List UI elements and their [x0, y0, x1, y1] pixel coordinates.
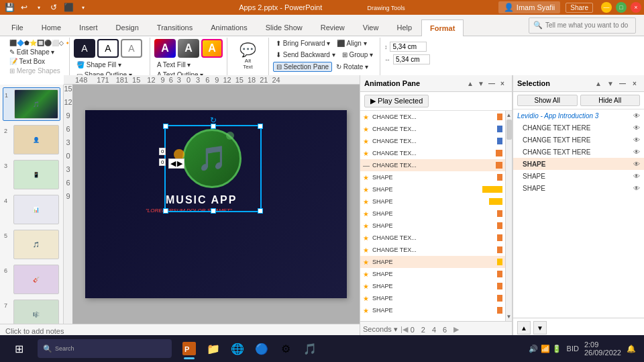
undo-icon[interactable]: ↩	[17, 1, 31, 14]
canvas-area[interactable]: 🎵 MUSIC APP "LOREM IPSUM DOLOR SITAMET" …	[72, 85, 360, 324]
slide-thumb-6[interactable]: 6 🎸	[3, 263, 60, 296]
text-box-button[interactable]: 📝 Text Box	[7, 57, 63, 66]
sel-pane-close[interactable]: ×	[629, 78, 640, 89]
anim-item-7[interactable]: ★ SHAPE	[360, 183, 505, 195]
edit-shape-button[interactable]: ✎ Edit Shape ▾	[7, 48, 63, 56]
anim-item-9[interactable]: ★ SHAPE	[360, 208, 505, 220]
sel-eye-shape-3[interactable]: 👁	[633, 185, 640, 192]
sel-eye-2[interactable]: 👁	[633, 136, 640, 144]
pinned-chrome[interactable]: 🔵	[250, 336, 274, 361]
sel-eye-shape-2[interactable]: 👁	[633, 173, 640, 180]
sel-eye-1[interactable]: 👁	[633, 124, 640, 132]
sel-eye-group[interactable]: 👁	[633, 112, 640, 120]
taskbar-search[interactable]: 🔍 Search	[38, 339, 172, 358]
anim-item-13[interactable]: ★ SHAPE	[360, 256, 505, 268]
sel-scroll-down[interactable]: ▼	[533, 321, 547, 334]
sel-pane-nav-down[interactable]: ▼	[605, 78, 616, 89]
show-all-button[interactable]: Show All	[517, 95, 578, 106]
anim-pane-scrollbar[interactable]: ▲ ▼	[505, 111, 512, 321]
sel-pane-minimize[interactable]: —	[617, 78, 628, 89]
tab-slideshow[interactable]: Slide Show	[257, 19, 311, 36]
pinned-app-5[interactable]: ⚙	[274, 336, 298, 361]
sel-item-shape-3[interactable]: SHAPE 👁	[513, 182, 644, 194]
anim-scroll-thumb[interactable]	[506, 120, 512, 140]
redo-icon[interactable]: ↺	[47, 1, 60, 14]
sel-item-group[interactable]: Levidio - App Introduction 3 👁	[513, 109, 644, 122]
sel-pane-nav-up[interactable]: ▲	[593, 78, 604, 89]
present-icon[interactable]: ⬛	[62, 1, 75, 14]
anim-pane-nav-down[interactable]: ▼	[476, 78, 486, 89]
minimize-button[interactable]: —	[601, 2, 612, 13]
sel-item-3[interactable]: CHANGE TEXT HERE 👁	[513, 146, 644, 158]
sel-item-shape-2[interactable]: SHAPE 👁	[513, 170, 644, 182]
anim-item-5[interactable]: — CHANGE TEX...	[360, 159, 505, 171]
tab-view[interactable]: View	[354, 19, 388, 36]
tab-format[interactable]: Format	[421, 19, 464, 36]
shape-style-a1[interactable]: A	[74, 39, 95, 58]
sel-eye-shape-1[interactable]: 👁	[633, 161, 640, 168]
shapes-gallery[interactable]: ⬛🔷⬟⭐🔲⚫⬜◇🔸	[7, 39, 47, 47]
search-bar[interactable]: 🔍	[529, 17, 636, 34]
tab-review[interactable]: Review	[312, 19, 354, 36]
anim-item-11[interactable]: ★ CHANGE TEX...	[360, 232, 505, 244]
wordart-a1[interactable]: A	[154, 39, 176, 58]
shape-style-a3[interactable]: A	[121, 39, 142, 58]
rotate-handle[interactable]: ↻	[210, 116, 217, 125]
tab-transitions[interactable]: Transitions	[148, 19, 201, 36]
sel-item-2[interactable]: CHANGE TEXT HERE 👁	[513, 134, 644, 146]
slide-thumb-1[interactable]: 1 🎵	[3, 87, 60, 121]
pinned-file-explorer[interactable]: 📁	[201, 336, 225, 361]
shape-fill-button[interactable]: 🪣 Shape Fill ▾	[74, 60, 124, 69]
pinned-edge[interactable]: 🌐	[225, 336, 250, 361]
close-button[interactable]: ×	[631, 2, 641, 13]
sel-eye-3[interactable]: 👁	[633, 148, 640, 156]
tab-animations[interactable]: Animations	[202, 19, 256, 36]
selection-pane-button[interactable]: ⊟ Selection Pane	[273, 62, 332, 72]
anim-item-1[interactable]: ★ CHANGE TEX...	[360, 111, 505, 123]
shape-style-a2[interactable]: A	[97, 39, 119, 58]
alt-text-button[interactable]: 💬 Alt Text	[237, 39, 259, 71]
anim-item-14[interactable]: ★ SHAPE	[360, 268, 505, 280]
sel-item-1[interactable]: CHANGE TEXT HERE 👁	[513, 122, 644, 134]
align-button[interactable]: ⬛ Align ▾	[334, 39, 369, 48]
slide-thumb-4[interactable]: 4 📊	[3, 193, 60, 226]
rotate-button[interactable]: ↻ Rotate ▾	[333, 62, 371, 72]
save-icon[interactable]: 💾	[3, 1, 16, 14]
anim-pane-nav-up[interactable]: ▲	[465, 78, 476, 89]
anim-item-3[interactable]: ★ CHANGE TEX...	[360, 135, 505, 147]
share-button[interactable]: Share	[566, 3, 593, 13]
anim-item-4[interactable]: ★ CHANGE TEX...	[360, 147, 505, 159]
anim-item-12[interactable]: ★ CHANGE TEX...	[360, 244, 505, 256]
merge-shapes-button[interactable]: ⊞ Merge Shapes	[7, 66, 63, 75]
tab-file[interactable]: File	[3, 19, 32, 36]
tab-insert[interactable]: Insert	[70, 19, 107, 36]
slide-thumb-2[interactable]: 2 👤	[3, 124, 60, 156]
hide-all-button[interactable]: Hide All	[580, 95, 641, 106]
send-backward-button[interactable]: ⬇ Send Backward ▾	[273, 50, 338, 59]
text-fill-button[interactable]: A Text Fill ▾	[154, 60, 193, 69]
group-button[interactable]: ⊞ Group ▾	[339, 50, 376, 59]
qat-more-icon[interactable]: ▾	[76, 1, 90, 14]
tab-design[interactable]: Design	[107, 19, 148, 36]
start-button[interactable]: ⊞	[3, 335, 35, 362]
width-input[interactable]	[393, 54, 430, 64]
pinned-app-6[interactable]: 🎵	[298, 336, 322, 361]
undo-dropdown-icon[interactable]: ▾	[32, 1, 46, 14]
tab-help[interactable]: Help	[388, 19, 421, 36]
search-input[interactable]	[545, 21, 631, 29]
pinned-powerpoint[interactable]: P	[177, 336, 201, 361]
slide-thumb-3[interactable]: 3 📱	[3, 159, 60, 191]
slide-thumb-5[interactable]: 5 🎵	[3, 228, 60, 261]
tab-home[interactable]: Home	[33, 19, 70, 36]
anim-pane-close[interactable]: ×	[497, 78, 508, 89]
wordart-a3[interactable]: A	[201, 39, 223, 58]
anim-item-17[interactable]: ★ SHAPE	[360, 304, 505, 316]
anim-item-8[interactable]: ★ SHAPE	[360, 195, 505, 208]
anim-pane-minimize[interactable]: —	[486, 78, 497, 89]
anim-item-10[interactable]: ★ SHAPE	[360, 220, 505, 232]
bring-forward-button[interactable]: ⬆ Bring Forward ▾	[273, 39, 333, 48]
anim-scroll-up[interactable]: ▲	[506, 112, 512, 118]
height-input[interactable]	[390, 42, 427, 52]
sel-scroll-up[interactable]: ▲	[517, 321, 531, 334]
anim-item-15[interactable]: ★ SHAPE	[360, 280, 505, 292]
